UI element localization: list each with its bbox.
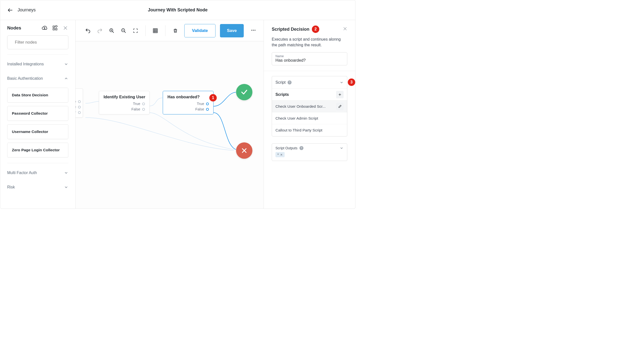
zoom-in-button[interactable] bbox=[107, 25, 117, 36]
category-installed-integrations[interactable]: Installed Integrations bbox=[7, 57, 68, 71]
back-button[interactable] bbox=[7, 7, 13, 13]
script-dropdown-toggle[interactable]: Script ? bbox=[272, 76, 347, 88]
node-chip-username-collector[interactable]: Username Collector bbox=[7, 124, 68, 139]
sidebar-title: Nodes bbox=[7, 25, 37, 31]
breadcrumb[interactable]: Journeys bbox=[18, 7, 36, 13]
node-chip-password-collector[interactable]: Password Collector bbox=[7, 106, 68, 121]
svg-point-23 bbox=[255, 30, 256, 31]
script-outputs-field[interactable]: Script Outputs ? * ✕ bbox=[272, 143, 347, 161]
cloud-upload-icon[interactable] bbox=[42, 25, 48, 31]
canvas-success-node[interactable] bbox=[236, 84, 252, 100]
chevron-up-icon bbox=[64, 76, 68, 81]
help-icon[interactable]: ? bbox=[288, 80, 292, 84]
output-tag[interactable]: * ✕ bbox=[275, 152, 285, 157]
canvas-node-clipped[interactable]: ue lse ror bbox=[76, 88, 83, 118]
node-chip-data-store-decision[interactable]: Data Store Decision bbox=[7, 88, 68, 103]
callout-badge-3: 3 bbox=[348, 78, 355, 86]
category-basic-auth[interactable]: Basic Authentication bbox=[7, 71, 68, 86]
inspector-title: Scripted Decision bbox=[272, 27, 309, 32]
chevron-down-icon bbox=[64, 185, 68, 189]
undo-button[interactable] bbox=[83, 25, 93, 36]
widgets-icon[interactable] bbox=[52, 25, 58, 31]
delete-button[interactable] bbox=[170, 25, 180, 36]
more-menu-button[interactable] bbox=[251, 27, 256, 34]
category-label: Risk bbox=[7, 185, 15, 189]
svg-rect-1 bbox=[53, 26, 54, 27]
script-item-callout[interactable]: Callout to Third Party Script bbox=[272, 124, 347, 136]
name-field[interactable]: Name Has onboarded? bbox=[272, 52, 347, 65]
filter-input-wrap[interactable] bbox=[7, 35, 68, 49]
svg-point-21 bbox=[251, 30, 252, 31]
canvas-node-identify-user[interactable]: Identify Existing User True False bbox=[99, 91, 150, 114]
save-button[interactable]: Save bbox=[220, 24, 244, 37]
chevron-down-icon bbox=[340, 80, 344, 84]
category-mfa[interactable]: Multi Factor Auth bbox=[7, 166, 68, 180]
help-icon[interactable]: ? bbox=[299, 146, 303, 150]
remove-tag-icon[interactable]: ✕ bbox=[280, 153, 283, 156]
node-chip-zero-page-login[interactable]: Zero Page Login Collector bbox=[7, 143, 68, 157]
node-title: Identify Existing User bbox=[104, 95, 145, 99]
svg-line-10 bbox=[112, 31, 114, 33]
filter-input[interactable] bbox=[15, 40, 67, 45]
fit-screen-button[interactable] bbox=[131, 25, 140, 36]
svg-rect-4 bbox=[55, 25, 57, 27]
category-label: Multi Factor Auth bbox=[7, 171, 37, 175]
callout-badge-2: 2 bbox=[312, 26, 319, 33]
name-value: Has onboarded? bbox=[275, 58, 344, 63]
svg-rect-2 bbox=[53, 28, 54, 30]
redo-button[interactable] bbox=[95, 25, 105, 36]
svg-rect-3 bbox=[55, 28, 57, 30]
svg-line-14 bbox=[124, 31, 126, 33]
category-label: Installed Integrations bbox=[7, 62, 44, 66]
category-risk[interactable]: Risk bbox=[7, 180, 68, 194]
script-outputs-label: Script Outputs bbox=[275, 146, 297, 150]
scripts-heading: Scripts bbox=[275, 92, 289, 97]
script-item-onboarded[interactable]: Check User Onboarded Scr... 5 bbox=[272, 101, 347, 112]
script-label: Script bbox=[275, 80, 286, 85]
validate-button[interactable]: Validate bbox=[184, 24, 216, 37]
callout-badge-1: 1 bbox=[209, 94, 217, 102]
name-label: Name bbox=[275, 54, 344, 58]
page-title: Journey With Scripted Node bbox=[148, 7, 208, 13]
inspector-description: Executes a script and continues alonng t… bbox=[272, 36, 347, 48]
close-icon[interactable] bbox=[62, 25, 68, 31]
category-label: Basic Authentication bbox=[7, 76, 43, 81]
chevron-down-icon bbox=[64, 171, 68, 175]
inspector-close-button[interactable] bbox=[343, 26, 347, 32]
svg-rect-16 bbox=[153, 28, 158, 33]
svg-point-22 bbox=[253, 30, 254, 31]
script-item-admin[interactable]: Check User Admin Script bbox=[272, 112, 347, 124]
journey-canvas[interactable]: ue lse ror Identify Existing User True F… bbox=[76, 41, 264, 208]
chevron-down-icon bbox=[340, 146, 344, 150]
grid-toggle-button[interactable] bbox=[150, 25, 160, 36]
node-title: Has onboarded? bbox=[167, 95, 209, 99]
edit-script-button[interactable] bbox=[336, 103, 344, 110]
add-script-button[interactable] bbox=[336, 91, 344, 98]
canvas-failure-node[interactable] bbox=[236, 142, 252, 159]
chevron-down-icon bbox=[64, 62, 68, 66]
zoom-out-button[interactable] bbox=[119, 25, 129, 36]
canvas-node-has-onboarded[interactable]: Has onboarded? True False 1 bbox=[163, 91, 214, 114]
